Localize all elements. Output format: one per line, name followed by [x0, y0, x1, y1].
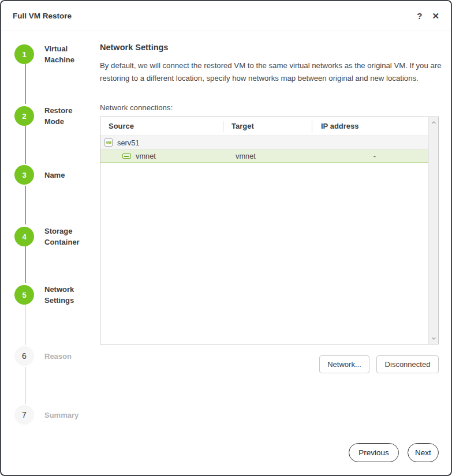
network-connections-table: Source Target IP address VM serv51 vmnet… — [100, 117, 439, 344]
target-cell: vmnet — [236, 152, 256, 160]
step-connector — [25, 186, 26, 224]
wizard-step-network-settings[interactable]: 5 Network Settings — [14, 284, 89, 306]
step-label: Virtual Machine — [44, 43, 89, 65]
step-connector — [25, 64, 26, 104]
help-icon[interactable]: ? — [417, 12, 422, 20]
network-button[interactable]: Network... — [319, 355, 369, 373]
step-label: Restore Mode — [44, 105, 89, 127]
disconnected-button[interactable]: Disconnected — [376, 355, 439, 373]
step-number-badge: 5 — [14, 285, 34, 305]
step-connector — [25, 367, 26, 404]
column-header-ip-address[interactable]: IP address — [321, 122, 359, 130]
wizard-step-storage-container[interactable]: 4 Storage Container — [14, 226, 89, 248]
source-cell: vmnet — [136, 152, 156, 160]
step-number-badge: 2 — [14, 106, 34, 126]
scroll-down-icon[interactable] — [431, 336, 436, 341]
column-header-source[interactable]: Source — [109, 122, 134, 130]
vm-icon: VM — [104, 138, 113, 147]
table-row-vm-group[interactable]: VM serv51 — [100, 136, 438, 149]
page-description: By default, we will connect the restored… — [100, 59, 442, 84]
close-icon[interactable]: ✕ — [432, 12, 439, 20]
source-cell: serv51 — [117, 138, 139, 147]
wizard-step-reason[interactable]: 6 Reason — [14, 346, 89, 366]
previous-button[interactable]: Previous — [349, 443, 399, 462]
table-row-network-adapter[interactable]: vmnet vmnet - — [100, 149, 438, 163]
wizard-step-restore-mode[interactable]: 2 Restore Mode — [14, 105, 89, 127]
step-label: Reason — [44, 351, 89, 362]
step-connector — [25, 126, 26, 164]
column-separator — [223, 121, 223, 132]
step-number-badge: 3 — [14, 165, 34, 185]
wizard-step-summary[interactable]: 7 Summary — [14, 405, 89, 425]
step-number-badge: 6 — [14, 346, 34, 366]
step-label: Network Settings — [44, 284, 89, 306]
network-adapter-icon — [122, 153, 131, 159]
full-vm-restore-dialog: Full VM Restore ? ✕ 1 Virtual Machine 2 … — [0, 0, 452, 476]
ip-address-cell: - — [343, 152, 406, 160]
step-label: Summary — [44, 410, 89, 421]
step-label: Storage Container — [44, 226, 89, 248]
titlebar: Full VM Restore ? ✕ — [1, 1, 451, 31]
step-number-badge: 4 — [14, 227, 34, 246]
step-connector — [25, 246, 26, 283]
wizard-step-name[interactable]: 3 Name — [14, 165, 89, 185]
step-number-badge: 7 — [14, 405, 34, 425]
window-title: Full VM Restore — [13, 12, 72, 20]
step-connector — [25, 305, 26, 345]
table-scrollbar[interactable] — [428, 117, 438, 344]
scroll-up-icon[interactable] — [431, 120, 436, 125]
table-header: Source Target IP address — [100, 117, 438, 136]
column-header-target[interactable]: Target — [231, 122, 254, 130]
page-title: Network Settings — [100, 43, 168, 52]
step-label: Name — [44, 170, 89, 181]
wizard-step-virtual-machine[interactable]: 1 Virtual Machine — [14, 43, 89, 65]
step-number-badge: 1 — [14, 44, 34, 64]
next-button[interactable]: Next — [408, 443, 439, 462]
column-separator — [312, 121, 312, 132]
network-connections-label: Network connections: — [100, 103, 173, 112]
